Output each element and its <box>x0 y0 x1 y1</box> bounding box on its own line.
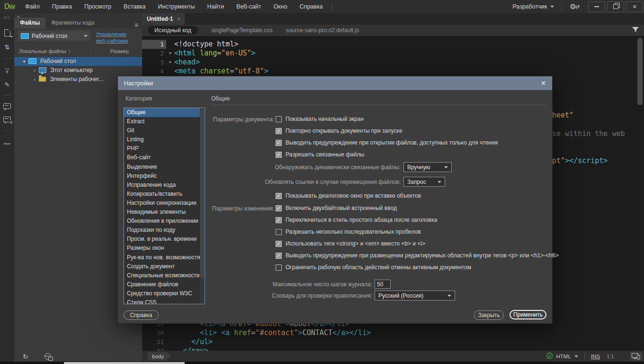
checkbox[interactable]: ✓ <box>276 128 282 134</box>
close-button[interactable]: ✕ <box>626 1 643 12</box>
minimize-button[interactable] <box>588 1 605 12</box>
menu-item[interactable]: Инструменты <box>152 0 201 13</box>
category-item[interactable]: Веб-сайт <box>124 153 205 162</box>
tag-selector-body[interactable]: body <box>148 352 171 361</box>
tree-item[interactable]: ▾Рабочий стол <box>14 57 142 66</box>
tree-item[interactable]: ›Этот компьютер <box>14 66 142 75</box>
menu-item[interactable]: Правка <box>46 0 78 13</box>
category-item[interactable]: Специальные возможности <box>124 271 205 280</box>
category-item[interactable]: Стили CSS <box>124 298 205 304</box>
history-steps-input[interactable] <box>375 280 391 289</box>
restore-icon <box>613 4 618 9</box>
category-item[interactable]: Рук-ва по нов. возможностям <box>124 253 205 262</box>
fold-icon[interactable]: ▼ <box>166 58 174 67</box>
apply-button[interactable]: Применить <box>510 310 546 319</box>
related-file-css[interactable]: singlePageTemplate.css <box>211 27 272 34</box>
menu-item[interactable]: Окно <box>268 0 294 13</box>
category-item[interactable]: Копировать/вставить <box>124 190 205 199</box>
menu-item[interactable]: Найти <box>201 0 230 13</box>
category-item[interactable]: Размеры окон <box>124 244 205 253</box>
manage-sites-link[interactable]: Управление веб-сайтами <box>96 31 138 45</box>
device-preview-button[interactable] <box>630 352 642 361</box>
category-item[interactable]: Выделение <box>124 163 205 172</box>
checkbox[interactable] <box>276 264 282 271</box>
menu-item[interactable]: Вставка <box>117 0 152 13</box>
menu-item[interactable]: Веб-сайт <box>230 0 267 13</box>
file-list-header: Локальные файлы ↑ Размер <box>14 46 142 57</box>
site-row: Рабочий стол Управление веб-сайтами <box>14 28 142 46</box>
insert-mode-indicator[interactable]: INS <box>591 354 600 359</box>
related-file-source[interactable]: Исходный код <box>148 26 198 35</box>
collapse-panel-icon[interactable]: « <box>17 14 20 19</box>
checkbox[interactable]: ✓ <box>276 253 282 259</box>
fold-icon[interactable]: ▼ <box>166 49 174 58</box>
expand-icon[interactable]: › <box>30 77 39 82</box>
site-dropdown[interactable]: Рабочий стол <box>18 31 90 41</box>
checkbox[interactable] <box>276 229 282 235</box>
code-lines-bottom[interactable]: 29<li><a href="#about">ABOUT</a></li>30<… <box>142 319 371 355</box>
filter-icon[interactable] <box>632 27 639 34</box>
close-tab-icon[interactable]: × <box>177 17 180 22</box>
restore-button[interactable] <box>607 1 624 12</box>
doc-type-dropdown[interactable]: HTML <box>556 354 578 359</box>
dialog-titlebar[interactable]: Настройки ✕ <box>118 76 552 90</box>
column-size[interactable]: Размер <box>110 48 129 54</box>
category-item[interactable]: Git <box>124 126 205 135</box>
category-item[interactable]: Сравнение файлов <box>124 280 205 289</box>
close-dialog-button[interactable]: Закрыть <box>474 310 504 320</box>
related-file-js[interactable]: source-sans-pro:n2:default.js <box>286 27 359 34</box>
dialog-close-icon[interactable]: ✕ <box>541 80 546 87</box>
column-local-files[interactable]: Локальные файлы <box>19 48 66 54</box>
refresh-icon[interactable]: ↻ <box>23 353 28 360</box>
dynamic-files-dropdown[interactable]: Вручную <box>403 162 452 172</box>
remove-comment-icon[interactable]: ⊘ <box>3 117 11 122</box>
checkbox-label: Показывать начальный экран <box>286 116 364 122</box>
sync-arrows-icon: ⇄ <box>575 4 580 10</box>
menu-item[interactable]: Справка <box>294 0 329 13</box>
document-tab[interactable]: Untitled-1 × <box>142 13 185 25</box>
apply-comment-icon[interactable] <box>3 103 11 109</box>
open-documents-icon[interactable] <box>4 29 10 36</box>
category-scrollbar-thumb[interactable] <box>200 109 204 278</box>
category-item[interactable]: Просм. в реальн. времени <box>124 235 205 244</box>
code-lines-top[interactable]: 1<!doctype html>2▼<html lang="en-US">3▼<… <box>142 40 268 76</box>
format-source-icon[interactable]: ↔✳ <box>4 66 10 74</box>
related-files-bar: Исходный код singlePageTemplate.css sour… <box>142 25 644 36</box>
checkbox[interactable]: ✓ <box>276 193 282 199</box>
preview-globe-icon[interactable] <box>45 353 51 360</box>
grip-handle-icon[interactable] <box>4 16 10 19</box>
checkbox[interactable]: ✓ <box>276 217 282 223</box>
update-links-dropdown[interactable]: Запрос <box>403 177 445 187</box>
edit-code-icon[interactable]: ✎ <box>5 82 10 88</box>
tab-files[interactable]: Файлы <box>14 18 45 28</box>
panel-menu-icon[interactable]: ≡ <box>134 22 138 28</box>
category-item[interactable]: Подсказки по коду <box>124 226 205 235</box>
category-item[interactable]: Исправление кода <box>124 181 205 190</box>
editor-scrollbar[interactable] <box>637 38 643 105</box>
computer-icon <box>39 67 46 73</box>
collapse-icon[interactable]: ▾ <box>20 59 28 64</box>
sort-updown-icon[interactable]: ⇅ <box>5 44 10 50</box>
code-line: 4<meta charset="utf-8"> <box>142 67 268 76</box>
menu-item[interactable]: Файл <box>19 0 46 13</box>
checkbox[interactable]: ✓ <box>276 205 282 211</box>
more-options-icon[interactable]: ••• <box>4 141 11 146</box>
workspace-switcher[interactable]: Разработчик <box>508 3 559 10</box>
code-fragment: se within the web <box>552 129 625 138</box>
dictionary-dropdown[interactable]: Русский (Россия) <box>375 291 455 300</box>
category-item[interactable]: Средство проверки W3C <box>124 289 205 298</box>
tab-snippets[interactable]: Фрагменты кода <box>45 18 100 28</box>
category-item[interactable]: Создать документ <box>124 262 205 271</box>
sync-settings-button[interactable]: ⚙ ⇄ <box>565 0 584 13</box>
category-item[interactable]: Интерфейс <box>124 172 205 181</box>
checkbox[interactable]: ✓ <box>276 140 282 146</box>
expand-icon[interactable]: › <box>30 68 39 73</box>
category-item[interactable]: Обновления в приложении <box>124 217 205 226</box>
checkbox[interactable] <box>276 116 282 122</box>
checkbox[interactable]: ✓ <box>276 241 282 247</box>
help-button[interactable]: Справка <box>124 310 159 320</box>
menu-item[interactable]: Просмотр <box>78 0 117 13</box>
checkbox[interactable]: ✓ <box>276 152 282 158</box>
category-item[interactable]: Linting <box>124 135 205 144</box>
category-item[interactable]: PHP <box>124 144 205 153</box>
